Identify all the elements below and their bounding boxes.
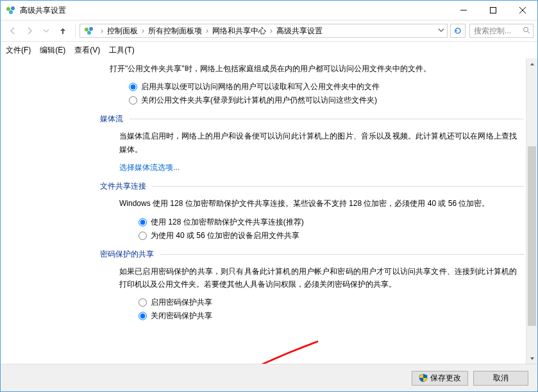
radio-label: 启用密码保护共享 (151, 297, 212, 308)
intro-text: 打开"公用文件夹共享"时，网络上包括家庭组成员在内的用户都可以访问公用文件夹中的… (110, 62, 507, 75)
svg-rect-4 (491, 8, 496, 13)
svg-line-11 (528, 31, 530, 33)
separator (75, 24, 76, 37)
radio-input[interactable] (129, 96, 137, 105)
menu-tools[interactable]: 工具(T) (109, 45, 134, 56)
section-label: 媒体流 (100, 114, 123, 124)
window: 高级共享设置 › 控制面板 › 所有控制面板项 › 网络和共享中心 › 高级共享… (0, 0, 538, 392)
password-radios: 启用密码保护共享 关闭密码保护共享 (139, 297, 524, 321)
media-desc: 当媒体流启用时，网络上的用户和设备便可以访问此计算机上的图片、音乐以及视频。此计… (119, 130, 517, 156)
close-button[interactable] (508, 1, 537, 20)
forward-button[interactable] (21, 23, 38, 38)
section-label: 文件共享连接 (100, 181, 146, 192)
scroll-area: 打开"公用文件夹共享"时，网络上包括家庭组成员在内的用户都可以访问公用文件夹中的… (1, 58, 526, 364)
breadcrumb-item[interactable]: 高级共享设置 (274, 26, 325, 37)
rule (130, 119, 524, 119)
svg-point-0 (6, 7, 10, 11)
titlebar: 高级共享设置 (1, 1, 537, 20)
svg-point-9 (87, 31, 91, 35)
svg-point-10 (524, 27, 528, 31)
radio-input[interactable] (139, 232, 147, 240)
refresh-button[interactable] (450, 24, 466, 38)
save-button-label: 保存更改 (430, 373, 461, 384)
content-area: 打开"公用文件夹共享"时，网络上包括家庭组成员在内的用户都可以访问公用文件夹中的… (1, 58, 537, 364)
radio-label: 关闭公用文件夹共享(登录到此计算机的用户仍然可以访问这些文件夹) (141, 95, 377, 106)
svg-point-8 (89, 27, 93, 31)
svg-point-7 (85, 28, 88, 31)
navbar: › 控制面板 › 所有控制面板项 › 网络和共享中心 › 高级共享设置 (1, 20, 537, 42)
radio-input[interactable] (139, 312, 147, 320)
breadcrumb-item[interactable]: 网络和共享中心 (210, 26, 269, 37)
back-button[interactable] (4, 23, 21, 38)
annotation-arrow (193, 338, 321, 364)
chevron-right-icon[interactable]: › (205, 26, 210, 35)
chevron-down-icon[interactable] (438, 26, 444, 35)
chevron-right-icon[interactable]: › (269, 26, 274, 35)
app-icon (6, 5, 16, 15)
shield-icon (419, 373, 428, 382)
svg-point-1 (11, 6, 15, 10)
breadcrumb-item[interactable]: 所有控制面板项 (146, 26, 205, 37)
rule (153, 186, 524, 187)
window-controls (449, 1, 537, 20)
menubar: 文件(F) 编辑(E) 查看(V) 工具(T) (1, 42, 537, 58)
public-folder-on-option[interactable]: 启用共享以便可以访问网络的用户可以读取和写入公用文件夹中的文件 (129, 81, 524, 92)
window-title: 高级共享设置 (20, 5, 66, 16)
search-icon[interactable] (523, 26, 530, 36)
cancel-button-label: 取消 (493, 373, 509, 384)
scrollbar-thumb[interactable] (528, 146, 536, 326)
password-on-option[interactable]: 启用密码保护共享 (139, 297, 524, 308)
save-button[interactable]: 保存更改 (412, 371, 468, 386)
media-options-link[interactable]: 选择媒体流选项... (119, 162, 180, 173)
radio-input[interactable] (139, 218, 147, 226)
encryption-128-option[interactable]: 使用 128 位加密帮助保护文件共享连接(推荐) (139, 217, 524, 228)
maximize-button[interactable] (478, 1, 508, 20)
search-input[interactable] (473, 26, 520, 36)
file-sharing-desc: Windows 使用 128 位加密帮助保护文件共享连接。某些设备不支持 128… (119, 197, 517, 210)
radio-input[interactable] (129, 83, 137, 91)
rule (160, 254, 524, 255)
svg-point-2 (9, 10, 13, 14)
menu-edit[interactable]: 编辑(E) (40, 45, 65, 56)
encryption-radios: 使用 128 位加密帮助保护文件共享连接(推荐) 为使用 40 或 56 位加密… (139, 217, 524, 241)
menu-file[interactable]: 文件(F) (6, 45, 31, 56)
menu-view[interactable]: 查看(V) (74, 45, 100, 56)
encryption-40-56-option[interactable]: 为使用 40 或 56 位加密的设备启用文件共享 (139, 230, 524, 241)
radio-label: 为使用 40 或 56 位加密的设备启用文件共享 (151, 230, 299, 241)
search-box[interactable] (469, 24, 534, 38)
chevron-right-icon[interactable]: › (99, 26, 105, 35)
section-password-title: 密码保护的共享 (100, 249, 524, 260)
up-button[interactable] (55, 23, 71, 38)
breadcrumb-icon (83, 24, 96, 37)
scroll-up-button[interactable] (526, 58, 537, 69)
breadcrumb-item[interactable]: 控制面板 (105, 26, 140, 37)
footer: 保存更改 取消 (1, 364, 537, 391)
minimize-button[interactable] (449, 1, 478, 20)
radio-label: 启用共享以便可以访问网络的用户可以读取和写入公用文件夹中的文件 (141, 81, 380, 92)
chevron-right-icon[interactable]: › (140, 26, 146, 35)
breadcrumb[interactable]: › 控制面板 › 所有控制面板项 › 网络和共享中心 › 高级共享设置 (80, 24, 448, 38)
vertical-scrollbar[interactable] (526, 58, 537, 364)
scroll-down-button[interactable] (526, 353, 537, 364)
public-folder-off-option[interactable]: 关闭公用文件夹共享(登录到此计算机的用户仍然可以访问这些文件夹) (129, 95, 524, 106)
radio-label: 使用 128 位加密帮助保护文件共享连接(推荐) (151, 217, 304, 228)
radio-input[interactable] (139, 298, 147, 307)
password-desc: 如果已启用密码保护的共享，则只有具备此计算机的用户帐户和密码的用户才可以访问共享… (119, 265, 517, 291)
section-file-sharing-title: 文件共享连接 (100, 181, 524, 192)
radio-label: 关闭密码保护共享 (151, 311, 212, 321)
scrollbar-track[interactable] (526, 69, 537, 353)
recent-locations-button[interactable] (38, 23, 55, 38)
cancel-button[interactable]: 取消 (473, 371, 528, 386)
public-folder-radios: 启用共享以便可以访问网络的用户可以读取和写入公用文件夹中的文件 关闭公用文件夹共… (129, 81, 524, 106)
section-label: 密码保护的共享 (100, 249, 154, 260)
section-media-title: 媒体流 (100, 114, 524, 124)
password-off-option[interactable]: 关闭密码保护共享 (139, 311, 524, 321)
